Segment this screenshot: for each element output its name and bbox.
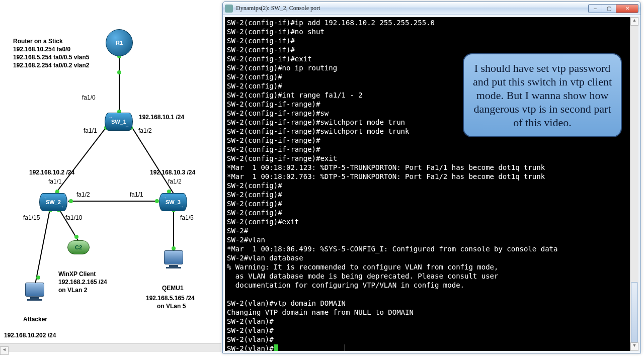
- close-button[interactable]: ✕: [616, 4, 638, 13]
- svg-line-2: [130, 125, 174, 194]
- node-label: SW_3: [166, 199, 181, 205]
- app-icon: [225, 5, 233, 13]
- topology-hscrollbar[interactable]: ◄: [0, 343, 221, 352]
- attacker-label: Attacker: [23, 316, 47, 323]
- annotation-callout: I should have set vtp password and put t…: [463, 53, 622, 137]
- qemu-vlan: on VLan 5: [157, 303, 186, 310]
- titlebar[interactable]: Dynamips(2): SW_2, Console port – ▢ ✕: [223, 2, 640, 15]
- close-icon: ✕: [625, 6, 629, 11]
- port-sw2-p15: fa1/15: [23, 214, 40, 221]
- node-label: SW_1: [111, 119, 126, 125]
- node-label: SW_2: [46, 199, 61, 205]
- scroll-up-button[interactable]: ▲: [630, 17, 638, 26]
- port-status-dot: [155, 199, 159, 203]
- port-status-dot: [69, 199, 73, 203]
- port-sw1-l: fa1/1: [84, 127, 97, 134]
- node-label: R1: [116, 40, 123, 46]
- router-line-3: 192.168.2.254 fa0/0.2 vlan2: [13, 62, 89, 69]
- port-fa1-0: fa1/0: [82, 94, 96, 101]
- winxp-label: WinXP Client: [58, 270, 96, 278]
- window-title: Dynamips(2): SW_2, Console port: [236, 5, 320, 12]
- maximize-icon: ▢: [607, 6, 611, 11]
- qemu-ip: 192.168.5.165 /24: [146, 295, 195, 302]
- node-pc-attacker[interactable]: [24, 283, 45, 304]
- minimize-icon: –: [594, 6, 597, 11]
- port-status-dot: [172, 246, 176, 250]
- ip-sw2: 192.168.10.2 /24: [29, 169, 74, 176]
- attacker-ip: 192.168.10.202 /24: [4, 332, 56, 339]
- winxp-ip: 192.168.2.165 /24: [58, 279, 107, 286]
- node-switch-sw1[interactable]: SW_1: [105, 113, 133, 131]
- router-line-1: 192.168.10.254 fa0/0: [13, 46, 70, 53]
- node-label: C2: [75, 244, 82, 250]
- port-status-dot: [74, 235, 78, 239]
- qemu-label: QEMU1: [162, 285, 184, 292]
- text-caret: [345, 344, 345, 351]
- node-cloud-c2[interactable]: C2: [67, 240, 90, 254]
- port-sw3-l: fa1/1: [130, 191, 143, 198]
- port-sw3-p5: fa1/5: [180, 214, 194, 221]
- winxp-vlan: on VLan 2: [58, 287, 87, 294]
- port-status-dot: [36, 276, 40, 280]
- ip-sw1: 192.168.10.1 /24: [139, 114, 184, 121]
- scroll-down-button[interactable]: ▼: [630, 342, 638, 351]
- node-router-r1[interactable]: R1: [106, 29, 133, 56]
- router-line-2: 192.168.5.254 fa0/0.5 vlan5: [13, 54, 89, 61]
- node-switch-sw2[interactable]: SW_2: [39, 193, 67, 211]
- router-title: Router on a Stick: [13, 38, 63, 45]
- port-sw1-r: fa1/2: [138, 127, 152, 134]
- topology-canvas[interactable]: Router on a Stick 192.168.10.254 fa0/0 1…: [0, 0, 221, 352]
- port-status-dot: [117, 70, 121, 74]
- port-sw2-top: fa1/1: [48, 178, 62, 185]
- port-sw3-top: fa1/2: [168, 178, 182, 185]
- scroll-left-button[interactable]: ◄: [0, 346, 9, 355]
- scrollbar-thumb[interactable]: [631, 282, 638, 342]
- node-switch-sw3[interactable]: SW_3: [159, 193, 187, 211]
- port-sw2-r: fa1/2: [76, 191, 90, 198]
- port-sw2-p10: fa1/10: [65, 214, 82, 221]
- maximize-button[interactable]: ▢: [602, 4, 616, 13]
- node-pc-qemu1[interactable]: [163, 250, 184, 272]
- minimize-button[interactable]: –: [588, 4, 602, 13]
- svg-line-1: [55, 125, 108, 194]
- vertical-scrollbar[interactable]: ▲ ▼: [630, 17, 638, 351]
- scrollbar-track[interactable]: [630, 26, 638, 342]
- ip-sw3: 192.168.10.3 /24: [150, 169, 195, 176]
- callout-text: I should have set vtp password and put t…: [473, 62, 612, 129]
